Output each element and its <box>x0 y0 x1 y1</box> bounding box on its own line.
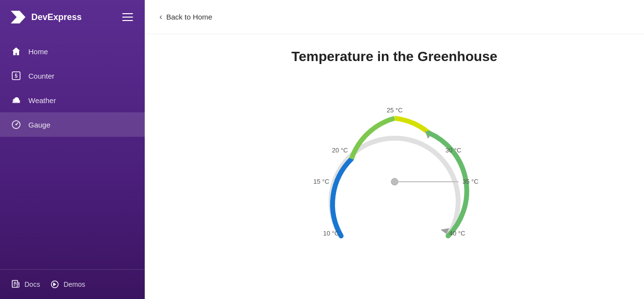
page-title: Temperature in the Greenhouse <box>291 49 497 64</box>
svg-rect-12 <box>14 283 16 284</box>
svg-rect-11 <box>14 282 16 283</box>
svg-marker-0 <box>11 11 25 23</box>
sidebar-item-counter-label: Counter <box>28 72 54 80</box>
main-content: ‹ Back to Home Temperature in the Greenh… <box>145 0 644 299</box>
hamburger-button[interactable] <box>120 11 135 23</box>
content-area: Temperature in the Greenhouse <box>145 34 644 299</box>
devexpress-logo-icon <box>10 9 26 25</box>
sidebar-footer: Docs Demos <box>0 269 145 299</box>
logo-text: DevExpress <box>31 12 82 22</box>
docs-link[interactable]: Docs <box>11 279 40 289</box>
logo-area: DevExpress <box>10 9 82 25</box>
svg-text:25 °C: 25 °C <box>386 107 402 114</box>
svg-rect-13 <box>14 285 15 286</box>
sidebar-nav: Home 5 Counter Weather <box>0 34 145 269</box>
gauge-icon <box>11 119 22 130</box>
svg-text:40 °C: 40 °C <box>449 230 465 237</box>
svg-rect-14 <box>17 282 19 287</box>
sidebar-item-home[interactable]: Home <box>0 39 145 64</box>
docs-icon <box>11 279 21 289</box>
sidebar-item-weather[interactable]: Weather <box>0 88 145 112</box>
demos-label: Demos <box>64 280 85 288</box>
svg-rect-6 <box>12 102 20 103</box>
svg-point-9 <box>16 124 17 126</box>
demos-link[interactable]: Demos <box>50 279 85 289</box>
gauge-container: 10 °C 15 °C 20 °C 25 °C 30 °C 35 °C 40 °… <box>292 79 497 255</box>
docs-label: Docs <box>24 280 40 288</box>
back-to-home-link[interactable]: ‹ Back to Home <box>159 12 212 22</box>
sidebar: DevExpress Home 5 Counter <box>0 0 145 299</box>
sidebar-item-weather-label: Weather <box>28 96 56 105</box>
back-chevron-icon: ‹ <box>159 12 162 22</box>
gauge-svg: 10 °C 15 °C 20 °C 25 °C 30 °C 35 °C 40 °… <box>292 84 497 250</box>
sidebar-item-gauge[interactable]: Gauge <box>0 112 145 137</box>
svg-text:20 °C: 20 °C <box>332 147 348 154</box>
svg-text:5: 5 <box>15 73 18 79</box>
sidebar-item-gauge-label: Gauge <box>28 121 50 129</box>
weather-icon <box>11 95 22 106</box>
sidebar-item-counter[interactable]: 5 Counter <box>0 64 145 88</box>
sidebar-header: DevExpress <box>0 0 145 34</box>
sidebar-item-home-label: Home <box>28 47 48 56</box>
svg-text:35 °C: 35 °C <box>462 178 478 185</box>
svg-text:10 °C: 10 °C <box>323 230 339 237</box>
topbar: ‹ Back to Home <box>145 0 644 34</box>
svg-text:15 °C: 15 °C <box>313 178 329 185</box>
counter-icon: 5 <box>11 70 22 81</box>
home-icon <box>11 46 22 57</box>
svg-text:30 °C: 30 °C <box>445 147 461 154</box>
back-label: Back to Home <box>166 13 212 21</box>
demos-icon <box>50 279 60 289</box>
